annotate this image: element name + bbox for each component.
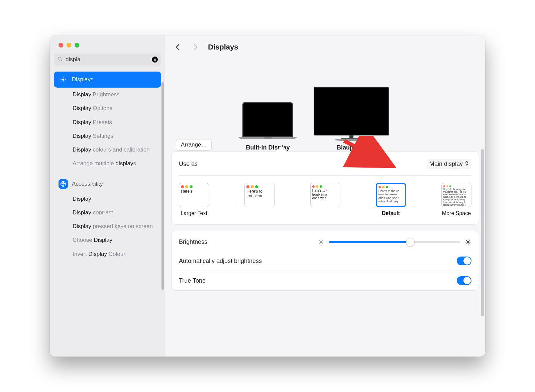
svg-point-2 — [62, 79, 64, 81]
arrange-button[interactable]: Arrange… — [176, 139, 212, 151]
display-picker: Arrange… Built-in Display Blaupunkt — [165, 58, 485, 151]
sidebar-subitem[interactable]: Display Options — [54, 101, 161, 115]
page-title: Displays — [208, 43, 238, 52]
search-input[interactable] — [66, 56, 149, 63]
slider-knob[interactable] — [406, 238, 414, 246]
resolution-tile: Here's to t troublema ones who — [310, 183, 340, 207]
system-settings-window: Displays Display BrightnessDisplay Optio… — [50, 35, 485, 357]
close-window-button[interactable] — [59, 43, 63, 47]
svg-line-1 — [61, 60, 62, 61]
svg-line-29 — [466, 243, 467, 244]
svg-line-30 — [469, 240, 470, 241]
use-as-label: Use as — [179, 161, 198, 168]
resolution-option[interactable]: Here's to troublem — [244, 183, 275, 217]
resolution-option[interactable]: Here'sLarger Text — [179, 183, 209, 217]
search-icon — [57, 56, 63, 63]
sidebar-subitem[interactable]: Arrange multiple displays — [54, 157, 161, 170]
svg-point-13 — [320, 241, 322, 243]
brightness-slider[interactable] — [318, 239, 471, 246]
resolution-tile: Here's to troublem — [244, 183, 275, 207]
sidebar-subitem[interactable]: Invert Display Colour — [54, 247, 161, 261]
auto-brightness-toggle[interactable] — [457, 257, 471, 265]
use-as-value: Main display — [429, 161, 463, 168]
auto-brightness-label: Automatically adjust brightness — [179, 258, 262, 265]
display-options-card: Use as Main display Here'sLarger TextHer… — [171, 151, 479, 225]
svg-line-21 — [322, 240, 323, 241]
fullscreen-window-button[interactable] — [75, 43, 79, 47]
chevron-up-down-icon — [465, 160, 469, 168]
svg-line-19 — [322, 243, 323, 243]
sidebar-scrollbar[interactable] — [162, 82, 164, 290]
sidebar-subitem[interactable]: Display contrast — [54, 206, 161, 219]
display-external[interactable]: Blaupunkt — [314, 87, 389, 151]
sun-dim-icon — [318, 239, 324, 246]
resolution-tile: Here's to the crazy one troublemakers. T… — [441, 183, 471, 207]
sidebar-subitem[interactable]: Display Settings — [54, 129, 161, 143]
true-tone-toggle[interactable] — [457, 276, 471, 285]
svg-line-8 — [65, 81, 65, 82]
slider-track[interactable] — [329, 241, 460, 243]
sidebar-subitem[interactable]: Display — [54, 192, 161, 206]
sidebar-item-accessibility[interactable]: Accessibility — [54, 176, 161, 192]
sidebar-item-displays[interactable]: Displays — [54, 72, 161, 88]
sidebar-subitem[interactable]: Display Brightness — [54, 88, 161, 101]
accessibility-icon — [59, 179, 68, 189]
display-adjust-card: Brightness Automatically adjust brightne… — [171, 231, 479, 291]
use-as-select[interactable]: Main display — [427, 159, 471, 169]
sidebar: Displays Display BrightnessDisplay Optio… — [50, 35, 165, 357]
svg-line-20 — [319, 243, 320, 243]
monitor-icon — [314, 87, 389, 141]
resolution-option[interactable]: Here's to t troublema ones who — [310, 183, 340, 217]
resolution-picker: Here'sLarger TextHere's to troublemHere'… — [179, 176, 471, 217]
search-field[interactable] — [54, 54, 161, 66]
true-tone-label: True Tone — [179, 277, 206, 284]
display-builtin[interactable]: Built-in Display — [238, 102, 297, 151]
svg-line-9 — [62, 81, 62, 82]
sidebar-subitem[interactable]: Display colours and calibration — [54, 143, 161, 157]
svg-line-27 — [466, 240, 467, 241]
sidebar-item-label: Accessibility — [72, 181, 103, 187]
svg-point-0 — [58, 57, 61, 60]
svg-line-28 — [469, 243, 470, 244]
sidebar-subitem[interactable]: Display Presets — [54, 115, 161, 129]
sidebar-subitem[interactable]: Display pressed keys on screen — [54, 219, 161, 233]
svg-line-7 — [62, 78, 62, 79]
titlebar: Displays — [165, 35, 485, 58]
resolution-tile: Here's to the cr troublemakers. ones who… — [376, 183, 406, 207]
svg-line-18 — [319, 240, 320, 241]
displays-icon — [59, 75, 68, 84]
resolution-label: Larger Text — [181, 210, 207, 217]
resolution-label: More Space — [442, 210, 471, 217]
search-results: Displays Display BrightnessDisplay Optio… — [54, 72, 161, 261]
main-scrollbar[interactable] — [481, 149, 484, 316]
svg-line-10 — [65, 78, 65, 79]
display-name: Blaupunkt — [337, 144, 366, 151]
brightness-label: Brightness — [179, 238, 207, 246]
clear-search-button[interactable] — [152, 57, 158, 63]
resolution-option[interactable]: Here's to the cr troublemakers. ones who… — [376, 183, 406, 217]
svg-point-22 — [467, 241, 469, 243]
sidebar-item-label: Displays — [72, 76, 93, 83]
resolution-tile: Here's — [179, 183, 209, 207]
resolution-option[interactable]: Here's to the crazy one troublemakers. T… — [441, 183, 471, 217]
svg-point-12 — [63, 182, 64, 183]
back-button[interactable] — [174, 43, 182, 51]
window-controls — [54, 43, 161, 47]
forward-button[interactable] — [191, 43, 199, 51]
sun-bright-icon — [465, 239, 471, 246]
minimize-window-button[interactable] — [67, 43, 71, 47]
resolution-label: Default — [382, 210, 400, 217]
main-content: Displays Arrange… Built-in Display Blaup… — [165, 35, 485, 357]
laptop-icon — [238, 102, 297, 141]
sidebar-subitem[interactable]: Choose Display — [54, 233, 161, 247]
